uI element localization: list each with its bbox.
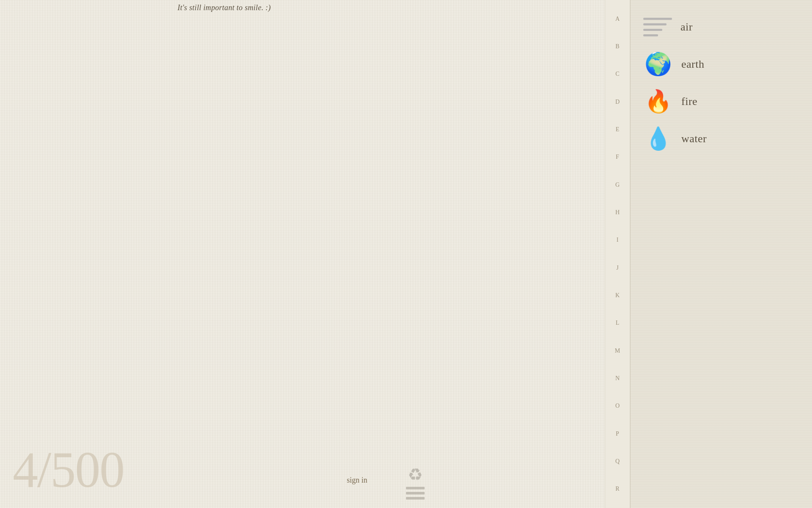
element-name-earth: earth [681, 58, 704, 71]
main-area: It's still important to smile. :) 4/500 … [0, 0, 448, 508]
alpha-letter-b[interactable]: B [605, 33, 630, 60]
alphabet-sidebar: ABCDEFGHIJKLMNOPQR [605, 0, 630, 508]
menu-line-1 [406, 487, 425, 489]
air-line-4 [643, 34, 658, 36]
alpha-letter-m[interactable]: M [605, 337, 630, 364]
hamburger-menu-icon[interactable] [406, 487, 425, 500]
alpha-letter-j[interactable]: J [605, 254, 630, 282]
menu-line-2 [406, 492, 425, 494]
element-item-fire[interactable]: 🔥 fire [631, 83, 812, 120]
air-line-1 [643, 18, 672, 20]
air-line-2 [643, 23, 667, 25]
air-icon [643, 16, 672, 38]
alpha-letter-a[interactable]: A [605, 5, 630, 33]
alpha-letter-o[interactable]: O [605, 392, 630, 420]
earth-icon: 🌍 [643, 53, 673, 75]
bottom-icons-area: ♻ [406, 467, 425, 500]
alpha-letter-c[interactable]: C [605, 61, 630, 88]
element-name-air: air [680, 21, 693, 33]
alpha-letter-h[interactable]: H [605, 199, 630, 226]
elements-panel: air 🌍 earth 🔥 fire 💧 water [630, 0, 812, 508]
water-icon: 💧 [643, 128, 673, 150]
alpha-letter-p[interactable]: P [605, 420, 630, 447]
alpha-letter-q[interactable]: Q [605, 447, 630, 475]
air-line-3 [643, 29, 662, 31]
fire-icon: 🔥 [643, 91, 673, 113]
alpha-letter-r[interactable]: R [605, 475, 630, 503]
quote-text: It's still important to smile. :) [0, 3, 448, 12]
recycle-icon[interactable]: ♻ [408, 467, 423, 483]
alpha-letter-g[interactable]: G [605, 171, 630, 199]
element-item-water[interactable]: 💧 water [631, 120, 812, 157]
element-name-fire: fire [681, 95, 697, 108]
alpha-letter-n[interactable]: N [605, 364, 630, 392]
counter-display: 4/500 [13, 444, 124, 495]
alpha-letter-f[interactable]: F [605, 144, 630, 171]
alpha-letter-k[interactable]: K [605, 282, 630, 309]
sign-in-button[interactable]: sign in [347, 476, 368, 485]
element-item-air[interactable]: air [631, 8, 812, 46]
element-item-earth[interactable]: 🌍 earth [631, 46, 812, 83]
alpha-letter-l[interactable]: L [605, 309, 630, 337]
alpha-letter-e[interactable]: E [605, 116, 630, 143]
alpha-letter-i[interactable]: I [605, 226, 630, 254]
menu-line-3 [406, 497, 425, 500]
alpha-letter-d[interactable]: D [605, 88, 630, 116]
element-name-water: water [681, 133, 707, 145]
